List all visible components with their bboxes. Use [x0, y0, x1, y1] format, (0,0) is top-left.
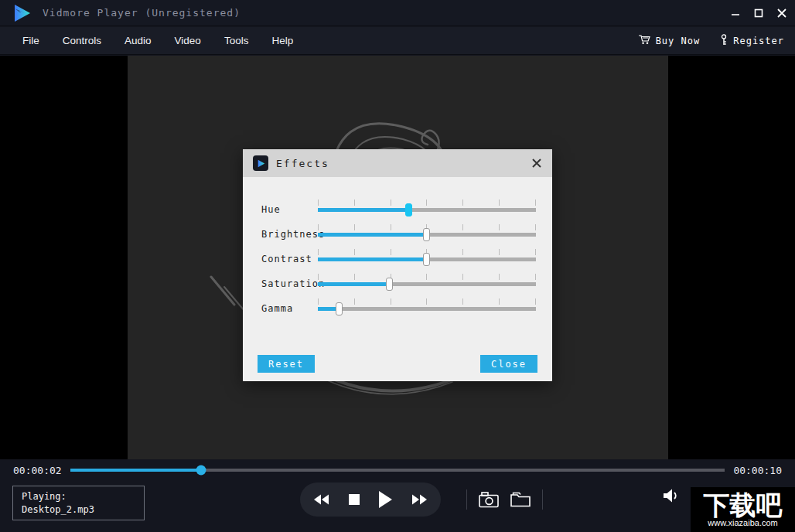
- timeline-thumb[interactable]: [196, 466, 206, 476]
- app-logo-icon: [12, 3, 32, 23]
- menu-right: Buy Now Register: [638, 34, 784, 48]
- fast-forward-icon[interactable]: [411, 493, 428, 506]
- slider-label: Saturation: [261, 278, 318, 289]
- slider-fill: [318, 233, 427, 237]
- menu-item-audio[interactable]: Audio: [113, 27, 163, 55]
- timeline-row: 00:00:02 00:00:10: [0, 459, 795, 481]
- slider-fill: [318, 282, 390, 286]
- now-playing-label: Playing:: [22, 490, 135, 503]
- window-title: Vidmore Player (Unregistered): [43, 7, 241, 19]
- window-controls: [724, 0, 795, 26]
- slider-track: [318, 282, 536, 286]
- bottom-bar: 00:00:02 00:00:10 Playing: Desktop_2.mp3: [0, 459, 795, 532]
- timeline-fill: [70, 469, 201, 472]
- slider-thumb[interactable]: [386, 278, 393, 291]
- slider-contrast[interactable]: [318, 247, 536, 271]
- slider-thumb[interactable]: [336, 302, 343, 315]
- slider-ticks: [318, 298, 536, 305]
- dialog-footer: Reset Close: [258, 355, 537, 373]
- slider-saturation[interactable]: [318, 271, 536, 296]
- buy-now-label: Buy Now: [656, 36, 701, 46]
- slider-fill: [318, 257, 427, 261]
- slider-track: [318, 208, 536, 212]
- camera-icon[interactable]: [479, 492, 499, 508]
- minimize-icon[interactable]: [724, 0, 747, 26]
- cart-icon: [638, 34, 650, 47]
- dialog-app-icon: [253, 155, 268, 171]
- rewind-icon[interactable]: [313, 493, 330, 506]
- current-time: 00:00:02: [13, 465, 62, 476]
- timeline-slider[interactable]: [70, 469, 725, 472]
- folder-icon[interactable]: [510, 492, 531, 507]
- now-playing-box: Playing: Desktop_2.mp3: [12, 486, 145, 520]
- close-button[interactable]: Close: [480, 355, 537, 373]
- slider-label: Hue: [261, 204, 318, 215]
- snapshot-group: [466, 489, 543, 510]
- slider-row: Contrast: [261, 247, 536, 271]
- slider-ticks: [318, 274, 536, 280]
- slider-label: Brightness: [261, 229, 318, 240]
- dialog-title: Effects: [276, 158, 329, 169]
- effects-dialog-header[interactable]: Effects: [243, 149, 552, 177]
- title-bar: Vidmore Player (Unregistered): [0, 0, 795, 26]
- watermark-text: 下载吧: [704, 492, 783, 518]
- menu-item-video[interactable]: Video: [163, 27, 213, 55]
- effects-dialog: Effects Hue Brightness Contrast: [243, 149, 552, 381]
- app-window: Vidmore Player (Unregistered) FileContro…: [0, 0, 795, 532]
- dialog-close-icon[interactable]: [531, 158, 542, 169]
- stop-icon[interactable]: [349, 494, 360, 505]
- watermark-url: www.xiazaiba.com: [708, 518, 777, 527]
- slider-thumb[interactable]: [405, 203, 412, 217]
- slider-label: Gamma: [261, 303, 318, 314]
- site-watermark: 下载吧 www.xiazaiba.com: [691, 487, 795, 532]
- slider-row: Brightness: [261, 222, 536, 247]
- buy-now-button[interactable]: Buy Now: [638, 34, 701, 47]
- divider: [542, 489, 543, 510]
- register-label: Register: [733, 36, 784, 46]
- slider-row: Saturation: [261, 271, 536, 296]
- now-playing-filename: Desktop_2.mp3: [22, 503, 135, 517]
- slider-thumb[interactable]: [423, 253, 430, 266]
- menu-bar: FileControlsAudioVideoToolsHelp Buy Now: [0, 27, 795, 55]
- slider-list: Hue Brightness Contrast Saturation: [243, 177, 552, 321]
- divider: [466, 489, 467, 510]
- maximize-icon[interactable]: [747, 0, 770, 26]
- reset-button[interactable]: Reset: [258, 355, 315, 373]
- menu-item-tools[interactable]: Tools: [213, 27, 261, 55]
- play-icon[interactable]: [378, 491, 392, 508]
- close-icon[interactable]: [770, 0, 793, 26]
- menu-items: FileControlsAudioVideoToolsHelp: [11, 27, 305, 55]
- transport-controls: [300, 483, 441, 517]
- slider-row: Hue: [261, 197, 536, 222]
- speaker-icon[interactable]: [663, 488, 680, 506]
- slider-gamma[interactable]: [318, 296, 536, 321]
- slider-track: [318, 307, 536, 311]
- controls-row: Playing: Desktop_2.mp3: [0, 481, 795, 532]
- menu-item-help[interactable]: Help: [260, 27, 305, 55]
- slider-ticks: [318, 200, 536, 206]
- slider-label: Contrast: [261, 254, 318, 264]
- total-time: 00:00:10: [733, 465, 782, 476]
- menu-item-controls[interactable]: Controls: [51, 27, 113, 55]
- register-button[interactable]: Register: [720, 34, 784, 48]
- slider-row: Gamma: [261, 296, 536, 321]
- slider-brightness[interactable]: [318, 222, 536, 247]
- slider-hue[interactable]: [318, 197, 536, 222]
- slider-fill: [318, 208, 409, 212]
- menu-item-file[interactable]: File: [11, 27, 51, 55]
- slider-thumb[interactable]: [423, 228, 430, 241]
- key-icon: [720, 34, 728, 48]
